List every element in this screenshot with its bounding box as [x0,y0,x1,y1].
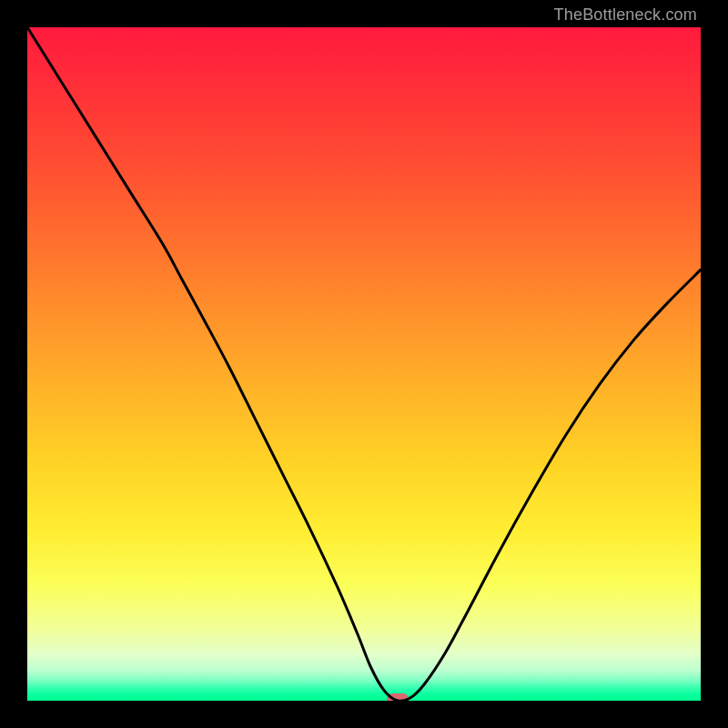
watermark-text: TheBottleneck.com [554,5,697,25]
plot-area [27,27,701,701]
bottleneck-curve [27,27,701,701]
chart-frame: TheBottleneck.com [0,0,728,728]
